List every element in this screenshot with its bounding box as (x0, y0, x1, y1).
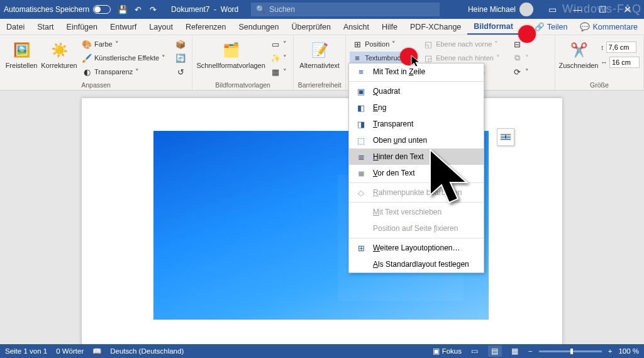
change-picture-button[interactable]: 🔄 (173, 52, 188, 64)
quick-access-toolbar: 💾 ↶ ↷ (117, 4, 158, 15)
wrap-behind-icon: ≣ (355, 152, 367, 162)
width-input[interactable]: ↔ (601, 57, 640, 68)
group-icon: ⧉ (513, 53, 523, 63)
layout-options-button[interactable] (497, 128, 514, 146)
tab-referenzen[interactable]: Referenzen (179, 19, 233, 35)
ebene-nach-hinten-button[interactable]: ◲Ebene nach hinten ˅ (421, 52, 502, 64)
undo-icon[interactable]: ↶ (132, 4, 143, 15)
layout-icon: ▦ (270, 67, 280, 77)
ribbon-display-icon[interactable]: ▭ (540, 0, 565, 19)
zuschneiden-button[interactable]: ✂️ Zuschneiden (559, 38, 598, 72)
status-page[interactable]: Seite 1 von 1 (5, 347, 47, 355)
avatar-icon (519, 3, 533, 16)
wrap-inline-icon: ≡ (355, 67, 367, 77)
focus-mode-button[interactable]: ▣ Fokus (433, 347, 462, 355)
zoom-slider[interactable] (539, 350, 602, 352)
user-account[interactable]: Heine Michael (468, 3, 533, 16)
mi-als-standardlayout[interactable]: Als Standardlayout festlegen (349, 256, 484, 272)
tab-sendungen[interactable]: Sendungen (233, 19, 286, 35)
share-icon: 🔗 (535, 22, 545, 31)
korrekturen-button[interactable]: ☀️ Korrekturen (42, 38, 77, 72)
status-bar: Seite 1 von 1 0 Wörter 📖 Deutsch (Deutsc… (0, 344, 644, 358)
search-placeholder: Suchen (269, 5, 295, 14)
view-print-icon[interactable]: ▤ (488, 345, 502, 357)
compress-icon: 📦 (175, 39, 186, 49)
zoom-in-button[interactable]: + (608, 347, 613, 355)
rotate-button[interactable]: ⟳˅ (510, 65, 531, 78)
tab-pdfxchange[interactable]: PDF-XChange (404, 19, 467, 35)
width-icon: ↔ (601, 59, 608, 66)
search-input[interactable]: 🔍 Suchen (251, 3, 440, 16)
tab-bildformat[interactable]: Bildformat (467, 19, 519, 35)
autosave-toggle[interactable]: Automatisches Speichern (4, 5, 111, 14)
tab-ansicht[interactable]: Ansicht (337, 19, 375, 35)
wrap-text-icon: ≡ (352, 53, 362, 63)
farbe-button[interactable]: 🎨Farbe ˅ (79, 38, 168, 50)
group-button[interactable]: ⧉˅ (510, 52, 531, 64)
redo-icon[interactable]: ↷ (147, 4, 158, 15)
tab-hilfe[interactable]: Hilfe (375, 19, 404, 35)
mi-weitere-layoutoptionen[interactable]: ⊞Weitere Layoutoptionen… (349, 240, 484, 256)
zoom-out-button[interactable]: − (528, 347, 533, 355)
save-icon[interactable]: 💾 (117, 4, 128, 15)
reset-icon: ↺ (175, 67, 186, 77)
crop-icon: ✂️ (569, 40, 589, 60)
reset-picture-button[interactable]: ↺ (173, 65, 188, 78)
send-backward-icon: ◲ (423, 53, 433, 63)
tab-layout[interactable]: Layout (143, 19, 179, 35)
group-groesse: ✂️ Zuschneiden ↕ ↔ Größe (555, 35, 644, 90)
freistellen-button[interactable]: 🖼️ Freistellen (4, 38, 39, 72)
effects-icon: ✨ (270, 53, 280, 63)
group-barrierefreiheit: 📝 Alternativtext Barrierefreiheit (294, 35, 346, 90)
height-input[interactable]: ↕ (601, 42, 640, 53)
document-title: Dokument7 - Word (171, 5, 238, 14)
user-name: Heine Michael (468, 5, 516, 14)
document-canvas[interactable] (0, 91, 644, 344)
view-read-icon[interactable]: ▭ (468, 345, 482, 357)
status-language[interactable]: Deutsch (Deutschland) (110, 347, 184, 355)
schnellformatvorlagen-button[interactable]: 🗂️ Schnellformatvorlagen (196, 38, 265, 72)
proofing-icon[interactable]: 📖 (92, 347, 101, 355)
tab-einfuegen[interactable]: Einfügen (60, 19, 104, 35)
color-icon: 🎨 (82, 39, 92, 49)
svg-rect-0 (505, 135, 507, 138)
annotation-circle (518, 25, 536, 43)
wrap-tight-icon: ◧ (355, 103, 367, 113)
wrap-front-icon: ≣ (355, 169, 367, 178)
mi-position-fixieren: Position auf Seite fixieren (349, 220, 484, 237)
rotate-icon: ⟳ (513, 67, 523, 77)
comments-button[interactable]: 💬Kommentare (574, 19, 644, 35)
picture-border-button[interactable]: ▭˅ (268, 38, 289, 50)
tab-ueberpruefen[interactable]: Überprüfen (285, 19, 337, 35)
page[interactable] (82, 98, 562, 344)
group-bildformatvorlagen: 🗂️ Schnellformatvorlagen ▭˅ ✨˅ ▦˅ Bildfo… (192, 35, 294, 90)
height-icon: ↕ (601, 43, 604, 51)
titlebar: Automatisches Speichern 💾 ↶ ↷ Dokument7 … (0, 0, 644, 19)
kuenstlerische-effekte-button[interactable]: 🖌️Künstlerische Effekte ˅ (79, 52, 168, 64)
status-words[interactable]: 0 Wörter (56, 347, 84, 355)
edit-points-icon: ◇ (355, 188, 367, 198)
picture-effects-button[interactable]: ✨˅ (268, 52, 289, 64)
bring-forward-icon: ◱ (423, 39, 433, 49)
picture-layout-button[interactable]: ▦˅ (268, 65, 289, 78)
tab-start[interactable]: Start (31, 19, 60, 35)
artistic-icon: 🖌️ (82, 53, 92, 63)
group-anpassen: 🖼️ Freistellen ☀️ Korrekturen 🎨Farbe ˅ 🖌… (0, 35, 192, 90)
toggle-switch-icon[interactable] (93, 5, 111, 14)
compress-button[interactable]: 📦 (173, 38, 188, 50)
quickstyles-icon: 🗂️ (221, 40, 241, 60)
mi-eng[interactable]: ◧Eng (349, 99, 484, 116)
mi-transparent[interactable]: ◨Transparent (349, 116, 484, 132)
tab-datei[interactable]: Datei (0, 19, 31, 35)
border-icon: ▭ (270, 39, 280, 49)
transparency-icon: ◐ (82, 67, 92, 77)
view-web-icon[interactable]: ▦ (508, 345, 522, 357)
transparenz-button[interactable]: ◐Transparenz ˅ (79, 65, 168, 78)
mi-quadrat[interactable]: ▣Quadrat (349, 83, 484, 99)
tab-entwurf[interactable]: Entwurf (104, 19, 143, 35)
watermark: Windows-FAQ (562, 3, 641, 16)
alternativtext-button[interactable]: 📝 Alternativtext (297, 38, 341, 72)
zoom-level[interactable]: 100 % (618, 347, 639, 355)
ebene-nach-vorne-button[interactable]: ◱Ebene nach vorne ˅ (421, 38, 502, 50)
change-picture-icon: 🔄 (175, 53, 186, 63)
